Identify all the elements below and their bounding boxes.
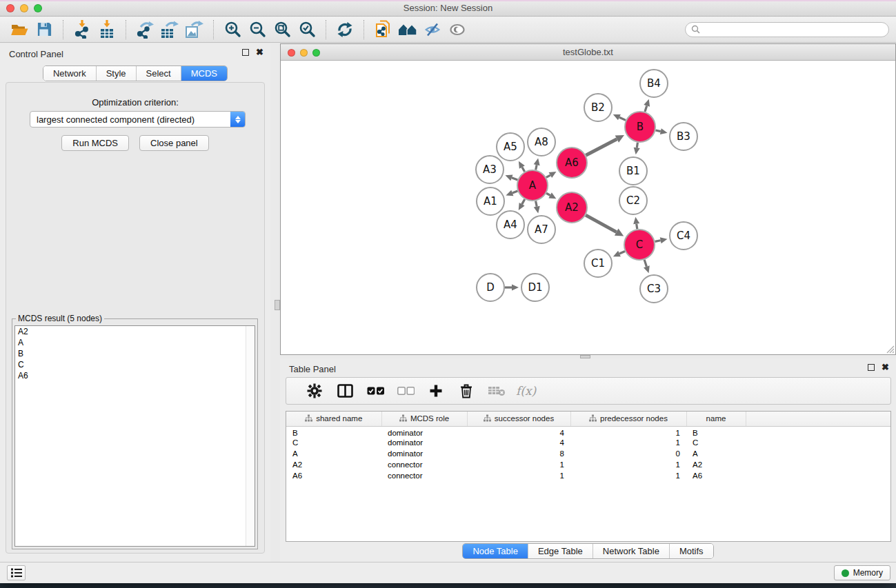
result-list-item[interactable]: B: [15, 348, 255, 359]
table-cell[interactable]: 1: [570, 437, 686, 448]
table-cell[interactable]: A2: [286, 459, 381, 470]
table-cell[interactable]: A2: [686, 459, 746, 470]
table-cell[interactable]: 1: [570, 470, 686, 481]
result-scrollbar[interactable]: [246, 326, 255, 546]
graph-node-B2[interactable]: B2: [584, 94, 612, 121]
import-network-button[interactable]: [72, 19, 92, 40]
zoom-fit-button[interactable]: [272, 19, 292, 40]
memory-button[interactable]: Memory: [834, 565, 890, 580]
graph-edge-C-C3[interactable]: [644, 260, 650, 273]
deselect-all-button[interactable]: [397, 382, 415, 400]
graph-edge-A-A8[interactable]: [534, 159, 540, 170]
export-table-button[interactable]: [159, 19, 180, 40]
table-cell[interactable]: connector: [381, 459, 467, 470]
graph-node-C1[interactable]: C1: [584, 250, 612, 277]
graph-node-C[interactable]: C: [624, 230, 655, 260]
tab-edge-table[interactable]: Edge Table: [528, 544, 593, 558]
column-header-shared-name[interactable]: shared name: [286, 412, 381, 426]
float-panel-icon[interactable]: [242, 49, 249, 56]
show-graphics-details-button[interactable]: [447, 19, 468, 40]
table-row[interactable]: Bdominator41B: [286, 426, 890, 437]
tab-style[interactable]: Style: [96, 66, 136, 81]
graph-edge-C-C2[interactable]: [633, 217, 639, 229]
column-header-successor-nodes[interactable]: successor nodes: [467, 412, 570, 426]
close-panel-icon[interactable]: ✖: [256, 49, 263, 56]
tab-node-table[interactable]: Node Table: [463, 544, 528, 558]
tab-network[interactable]: Network: [43, 66, 96, 81]
table-cell[interactable]: A6: [286, 470, 381, 481]
delete-column-button[interactable]: [457, 382, 475, 400]
graph-node-B1[interactable]: B1: [619, 157, 647, 185]
graph-node-B4[interactable]: B4: [640, 70, 668, 97]
export-image-button[interactable]: [184, 19, 205, 40]
graph-edge-A2-C[interactable]: [586, 215, 624, 236]
result-list-item[interactable]: C: [15, 359, 255, 370]
graph-edge-B-B2[interactable]: [613, 114, 626, 120]
graph-edge-B-B3[interactable]: [655, 128, 667, 134]
vertical-splitter-handle[interactable]: [275, 300, 280, 310]
result-list-item[interactable]: A6: [15, 370, 255, 381]
graph-node-A2[interactable]: A2: [557, 192, 587, 223]
graph-edge-A-A4[interactable]: [519, 199, 525, 210]
criterion-select[interactable]: largest connected component (directed): [30, 111, 246, 128]
import-table-button[interactable]: [97, 19, 117, 40]
tab-select[interactable]: Select: [136, 66, 181, 81]
open-file-button[interactable]: [9, 19, 30, 40]
table-cell[interactable]: B: [286, 426, 381, 437]
graph-node-A6[interactable]: A6: [557, 148, 587, 178]
table-row[interactable]: A2connector11A2: [286, 459, 890, 470]
graph-node-A4[interactable]: A4: [497, 211, 524, 239]
graph-node-A[interactable]: A: [517, 170, 548, 201]
graph-node-A8[interactable]: A8: [528, 128, 555, 156]
save-session-button[interactable]: [34, 19, 54, 40]
graph-node-D[interactable]: D: [477, 274, 504, 301]
table-cell[interactable]: 4: [467, 437, 570, 448]
tab-mcds[interactable]: MCDS: [181, 66, 227, 81]
resize-grip-icon[interactable]: [885, 344, 895, 354]
table-settings-button[interactable]: [306, 382, 323, 400]
table-cell[interactable]: dominator: [381, 426, 467, 437]
table-cell[interactable]: C: [286, 437, 381, 448]
graph-edge-B-B1[interactable]: [634, 143, 640, 155]
table-row[interactable]: Adominator80A: [286, 448, 890, 459]
delete-table-button[interactable]: [488, 382, 506, 400]
graph-edge-B-B4[interactable]: [644, 99, 650, 112]
table-cell[interactable]: B: [686, 426, 746, 437]
fx-button[interactable]: f(x): [516, 384, 536, 398]
graph-edge-C-C4[interactable]: [655, 237, 668, 243]
table-cell[interactable]: 0: [570, 448, 686, 459]
graph-node-D1[interactable]: D1: [521, 274, 549, 301]
add-column-button[interactable]: [427, 382, 445, 400]
graph-edge-A-A3[interactable]: [506, 175, 518, 181]
graph-edge-A-A6[interactable]: [546, 172, 557, 178]
table-row[interactable]: Cdominator41C: [286, 437, 890, 448]
graph-edge-A-A1[interactable]: [506, 190, 517, 196]
graph-edge-D-D1[interactable]: [505, 284, 519, 290]
graph-edge-C-C1[interactable]: [613, 251, 625, 256]
table-cell[interactable]: 1: [570, 459, 686, 470]
zoom-in-button[interactable]: [222, 19, 243, 40]
zoom-out-button[interactable]: [247, 19, 268, 40]
first-neighbors-button[interactable]: [397, 19, 418, 40]
search-input[interactable]: [704, 25, 883, 34]
graph-node-C3[interactable]: C3: [640, 275, 668, 303]
graph-edge-A-A7[interactable]: [534, 201, 540, 214]
graph-edge-A-A5[interactable]: [519, 161, 525, 172]
result-list-item[interactable]: A: [15, 337, 255, 348]
column-header-MCDS-role[interactable]: MCDS role: [381, 412, 467, 426]
table-cell[interactable]: A6: [686, 470, 746, 481]
table-row[interactable]: A6connector11A6: [286, 470, 890, 481]
table-cell[interactable]: dominator: [381, 437, 467, 448]
table-cell[interactable]: A: [286, 448, 381, 459]
column-header-name[interactable]: name: [686, 412, 746, 426]
table-cell[interactable]: A: [686, 448, 746, 459]
graph-edge-A-A2[interactable]: [546, 192, 556, 199]
graph-node-A1[interactable]: A1: [477, 187, 504, 215]
float-table-panel-icon[interactable]: [868, 364, 875, 371]
table-cell[interactable]: 8: [467, 448, 570, 459]
select-all-button[interactable]: [366, 382, 384, 400]
table-cell[interactable]: dominator: [381, 448, 467, 459]
graph-node-A7[interactable]: A7: [528, 216, 555, 243]
table-cell[interactable]: 4: [467, 426, 570, 437]
tab-network-table[interactable]: Network Table: [593, 544, 669, 558]
